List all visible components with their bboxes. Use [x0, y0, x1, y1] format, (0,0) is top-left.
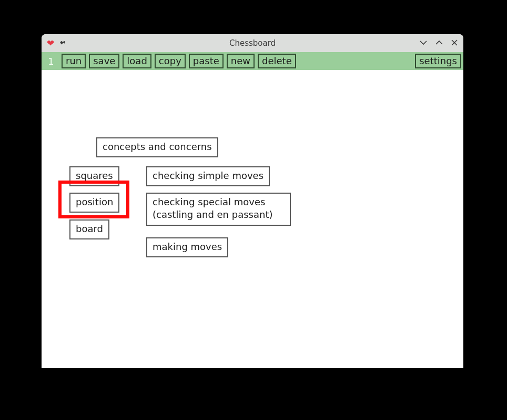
window-title: Chessboard: [42, 38, 463, 48]
node-label: board: [76, 223, 103, 234]
toolbar-index: 1: [44, 56, 58, 67]
node-label-line1: checking special moves: [153, 196, 265, 207]
app-window: ❤ Chessboard 1 run save load copy paste …: [42, 34, 463, 368]
maximize-icon[interactable]: [435, 38, 443, 48]
node-label: position: [76, 196, 113, 207]
node-squares[interactable]: squares: [69, 166, 119, 186]
run-button[interactable]: run: [62, 54, 86, 68]
node-check-special[interactable]: checking special moves (castling and en …: [146, 193, 291, 226]
node-board[interactable]: board: [69, 219, 109, 239]
titlebar-left: ❤: [47, 39, 65, 48]
window-controls: [419, 38, 458, 48]
node-check-simple[interactable]: checking simple moves: [146, 166, 270, 186]
node-concepts[interactable]: concepts and concerns: [96, 137, 218, 157]
node-position[interactable]: position: [69, 193, 119, 213]
node-label: checking simple moves: [153, 170, 263, 181]
new-button[interactable]: new: [227, 54, 255, 68]
node-label: squares: [76, 170, 113, 181]
save-button[interactable]: save: [89, 54, 119, 68]
toolbar: 1 run save load copy paste new delete se…: [42, 52, 463, 70]
delete-button[interactable]: delete: [258, 54, 296, 68]
close-icon[interactable]: [451, 39, 458, 48]
settings-button[interactable]: settings: [415, 54, 461, 68]
pin-icon[interactable]: [57, 38, 67, 49]
titlebar: ❤ Chessboard: [42, 34, 463, 52]
node-label: making moves: [153, 241, 222, 252]
copy-button[interactable]: copy: [155, 54, 186, 68]
heart-icon[interactable]: ❤: [47, 39, 54, 48]
node-label-line2: (castling and en passant): [153, 209, 272, 220]
load-button[interactable]: load: [123, 54, 151, 68]
minimize-icon[interactable]: [419, 38, 428, 48]
canvas[interactable]: concepts and concerns squares position b…: [42, 70, 463, 368]
node-label: concepts and concerns: [103, 141, 212, 152]
paste-button[interactable]: paste: [189, 54, 224, 68]
node-making-moves[interactable]: making moves: [146, 237, 228, 257]
